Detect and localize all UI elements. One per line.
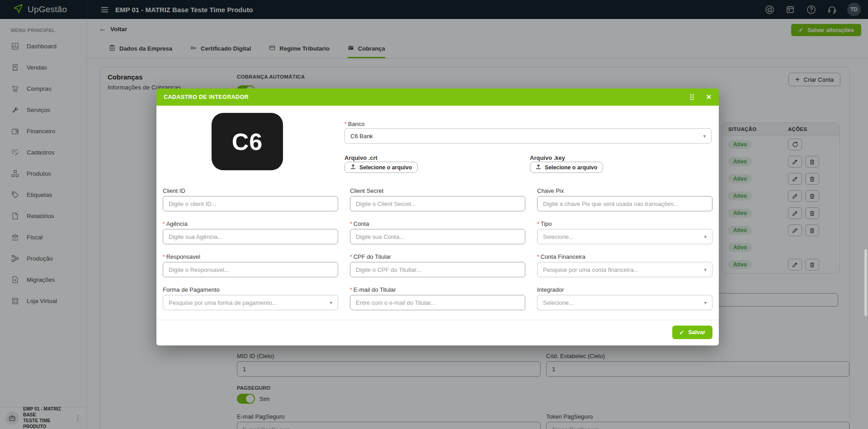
arquivo-key-upload-button[interactable]: Selecione o arquivo	[530, 162, 603, 173]
conta-financeira-select[interactable]: Pesquise por uma conta financeira...▾	[537, 262, 712, 277]
close-icon[interactable]: ✕	[706, 93, 712, 101]
banco-selected-value: C6 Bank	[350, 133, 373, 140]
field-label: Forma de Pagamento	[163, 286, 338, 293]
drag-handle-icon[interactable]	[689, 93, 695, 101]
field-label: *CPF do Titular	[350, 253, 525, 260]
check-icon: ✓	[679, 329, 684, 336]
field-label-text: Tipo	[541, 220, 552, 227]
field-label-text: E-mail do Titular	[354, 286, 396, 293]
required-asterisk: *	[537, 254, 539, 260]
field-cpf-titular: *CPF do Titular	[350, 253, 525, 277]
field-client-id: Client ID	[163, 187, 338, 211]
field-chave-pix: Chave Pix	[537, 187, 712, 211]
conta-input[interactable]	[350, 229, 525, 244]
integrator-modal: CADASTRO DE INTEGRADOR ✕ C6 *Banco C6 Ba…	[156, 89, 719, 345]
select-placeholder: Pesquise por uma conta financeira...	[543, 266, 638, 273]
required-asterisk: *	[350, 221, 352, 227]
modal-body: C6 *Banco C6 Bank ▾ Arquivo .crt Selecio…	[156, 106, 719, 345]
required-asterisk: *	[350, 254, 352, 260]
email-titular-input[interactable]	[350, 295, 525, 310]
field-responsavel: *Responsavel	[163, 253, 338, 277]
upload-icon	[350, 164, 356, 171]
field-forma-pagamento: Forma de Pagamento Pesquise por uma form…	[163, 286, 338, 310]
required-asterisk: *	[350, 287, 352, 293]
field-label: *Responsavel	[163, 253, 338, 260]
field-conta-financeira: *Conta Financeira Pesquise por uma conta…	[537, 253, 712, 277]
chevron-down-icon: ▾	[704, 267, 707, 273]
field-label-text: Conta Financeira	[541, 253, 585, 260]
required-asterisk: *	[163, 254, 165, 260]
modal-header: CADASTRO DE INTEGRADOR ✕	[156, 89, 719, 106]
field-email-titular: *E-mail do Titular	[350, 286, 525, 310]
field-label-text: Agência	[166, 220, 188, 227]
modal-footer: ✓ Salvar	[156, 320, 719, 345]
modal-fields-grid: Client ID Client Secret Chave Pix *Agênc…	[163, 187, 712, 310]
arquivo-key-label: Arquivo .key	[530, 154, 565, 161]
chevron-down-icon: ▾	[703, 133, 706, 139]
required-asterisk: *	[537, 221, 539, 227]
banco-label: *Banco	[344, 121, 365, 127]
upload-button-label: Selecione o arquivo	[359, 164, 412, 171]
field-label: *Conta Financeira	[537, 253, 712, 260]
select-placeholder: Selecione...	[543, 299, 574, 306]
banco-label-text: Banco	[348, 121, 365, 127]
modal-save-label: Salvar	[688, 329, 705, 336]
client-secret-input[interactable]	[350, 196, 525, 211]
responsavel-input[interactable]	[163, 262, 338, 277]
field-label: Client Secret	[350, 187, 525, 194]
field-label: *Tipo	[537, 220, 712, 227]
select-placeholder: Selecione...	[543, 233, 574, 240]
upload-button-label: Selecione o arquivo	[545, 164, 597, 171]
field-label-text: CPF do Titular	[354, 253, 391, 260]
agencia-input[interactable]	[163, 229, 338, 244]
arquivo-crt-upload-button[interactable]: Selecione o arquivo	[344, 162, 418, 173]
field-tipo: *Tipo Selecione...▾	[537, 220, 712, 244]
client-id-input[interactable]	[163, 196, 338, 211]
modal-save-button[interactable]: ✓ Salvar	[672, 326, 712, 339]
field-conta: *Conta	[350, 220, 525, 244]
field-client-secret: Client Secret	[350, 187, 525, 211]
field-label: Integrador	[537, 286, 712, 293]
banco-select[interactable]: C6 Bank ▾	[344, 128, 712, 144]
arquivo-crt-label: Arquivo .crt	[344, 154, 377, 161]
chevron-down-icon: ▾	[704, 234, 707, 240]
required-asterisk: *	[344, 121, 347, 127]
forma-pagamento-select[interactable]: Pesquise por uma forma de pagamento...▾	[163, 295, 338, 310]
required-asterisk: *	[163, 221, 165, 227]
field-integrador: Integrador Selecione...▾	[537, 286, 712, 310]
field-label-text: Responsavel	[166, 253, 200, 260]
field-agencia: *Agência	[163, 220, 338, 244]
upload-icon	[536, 164, 541, 171]
field-label: *Agência	[163, 220, 338, 227]
select-placeholder: Pesquise por uma forma de pagamento...	[169, 299, 277, 306]
field-label: Chave Pix	[537, 187, 712, 194]
modal-title: CADASTRO DE INTEGRADOR	[164, 94, 689, 100]
field-label: *Conta	[350, 220, 525, 227]
field-label: Client ID	[163, 187, 338, 194]
field-label: *E-mail do Titular	[350, 286, 525, 293]
field-label-text: Conta	[354, 220, 369, 227]
integrador-select[interactable]: Selecione...▾	[537, 295, 712, 310]
chave-pix-input[interactable]	[537, 196, 712, 211]
bank-logo: C6	[212, 113, 283, 170]
chevron-down-icon: ▾	[704, 300, 707, 306]
scrollbar-thumb[interactable]	[864, 249, 867, 316]
chevron-down-icon: ▾	[330, 300, 332, 306]
cpf-titular-input[interactable]	[350, 262, 525, 277]
tipo-select[interactable]: Selecione...▾	[537, 229, 712, 244]
